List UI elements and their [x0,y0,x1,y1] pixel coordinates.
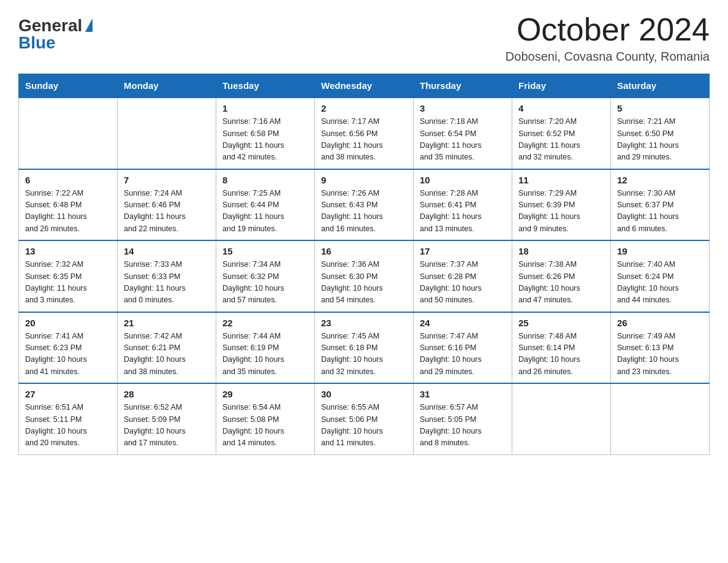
calendar-cell: 14Sunrise: 7:33 AM Sunset: 6:33 PM Dayli… [118,240,216,312]
calendar-header-sunday: Sunday [19,74,118,98]
day-detail: Sunrise: 7:32 AM Sunset: 6:35 PM Dayligh… [25,259,111,307]
calendar-cell: 7Sunrise: 7:24 AM Sunset: 6:46 PM Daylig… [118,169,216,241]
day-detail: Sunrise: 7:28 AM Sunset: 6:41 PM Dayligh… [420,188,506,236]
calendar-cell: 15Sunrise: 7:34 AM Sunset: 6:32 PM Dayli… [216,240,315,312]
day-number: 28 [124,389,210,399]
day-number: 26 [617,318,703,328]
day-number: 1 [222,103,308,113]
calendar-cell: 24Sunrise: 7:47 AM Sunset: 6:16 PM Dayli… [414,312,512,384]
calendar-table: SundayMondayTuesdayWednesdayThursdayFrid… [18,74,710,455]
logo-general-text: General [18,17,82,34]
day-detail: Sunrise: 6:54 AM Sunset: 5:08 PM Dayligh… [222,402,308,450]
calendar-week-row: 27Sunrise: 6:51 AM Sunset: 5:11 PM Dayli… [19,383,710,454]
day-detail: Sunrise: 7:34 AM Sunset: 6:32 PM Dayligh… [222,259,308,307]
day-detail: Sunrise: 7:44 AM Sunset: 6:19 PM Dayligh… [222,331,308,378]
calendar-cell: 28Sunrise: 6:52 AM Sunset: 5:09 PM Dayli… [118,383,216,454]
calendar-header-saturday: Saturday [611,74,710,98]
calendar-header-monday: Monday [118,74,216,98]
day-detail: Sunrise: 7:26 AM Sunset: 6:43 PM Dayligh… [321,188,407,236]
calendar-cell: 21Sunrise: 7:42 AM Sunset: 6:21 PM Dayli… [118,312,216,384]
calendar-cell: 4Sunrise: 7:20 AM Sunset: 6:52 PM Daylig… [512,98,611,169]
calendar-cell: 13Sunrise: 7:32 AM Sunset: 6:35 PM Dayli… [19,240,118,312]
calendar-week-row: 20Sunrise: 7:41 AM Sunset: 6:23 PM Dayli… [19,312,710,384]
day-detail: Sunrise: 7:16 AM Sunset: 6:58 PM Dayligh… [222,116,308,164]
day-number: 25 [518,318,604,328]
calendar-cell: 2Sunrise: 7:17 AM Sunset: 6:56 PM Daylig… [315,98,414,169]
month-title: October 2024 [506,12,710,47]
day-number: 21 [124,318,210,328]
day-number: 11 [518,175,604,185]
page-header: General Blue October 2024 Doboseni, Cova… [18,12,710,70]
day-number: 6 [25,175,111,185]
calendar-cell: 30Sunrise: 6:55 AM Sunset: 5:06 PM Dayli… [315,383,414,454]
day-detail: Sunrise: 7:40 AM Sunset: 6:24 PM Dayligh… [617,259,703,307]
calendar-cell: 10Sunrise: 7:28 AM Sunset: 6:41 PM Dayli… [414,169,512,241]
day-detail: Sunrise: 6:51 AM Sunset: 5:11 PM Dayligh… [25,402,111,450]
calendar-cell: 11Sunrise: 7:29 AM Sunset: 6:39 PM Dayli… [512,169,611,241]
calendar-cell: 1Sunrise: 7:16 AM Sunset: 6:58 PM Daylig… [216,98,315,169]
calendar-week-row: 6Sunrise: 7:22 AM Sunset: 6:48 PM Daylig… [19,169,710,241]
day-detail: Sunrise: 7:20 AM Sunset: 6:52 PM Dayligh… [518,116,604,164]
day-detail: Sunrise: 7:25 AM Sunset: 6:44 PM Dayligh… [222,188,308,236]
day-detail: Sunrise: 7:41 AM Sunset: 6:23 PM Dayligh… [25,331,111,378]
day-detail: Sunrise: 7:33 AM Sunset: 6:33 PM Dayligh… [124,259,210,307]
day-number: 19 [617,246,703,256]
calendar-cell: 18Sunrise: 7:38 AM Sunset: 6:26 PM Dayli… [512,240,611,312]
calendar-week-row: 1Sunrise: 7:16 AM Sunset: 6:58 PM Daylig… [19,98,710,169]
calendar-cell: 23Sunrise: 7:45 AM Sunset: 6:18 PM Dayli… [315,312,414,384]
day-number: 13 [25,246,111,256]
calendar-cell: 31Sunrise: 6:57 AM Sunset: 5:05 PM Dayli… [414,383,512,454]
calendar-week-row: 13Sunrise: 7:32 AM Sunset: 6:35 PM Dayli… [19,240,710,312]
day-number: 3 [420,103,506,113]
calendar-cell: 25Sunrise: 7:48 AM Sunset: 6:14 PM Dayli… [512,312,611,384]
calendar-cell [19,98,118,169]
day-number: 4 [518,103,604,113]
day-number: 22 [222,318,308,328]
day-detail: Sunrise: 7:38 AM Sunset: 6:26 PM Dayligh… [518,259,604,307]
logo-blue-text: Blue [18,34,56,52]
calendar-cell [611,383,710,454]
day-detail: Sunrise: 7:42 AM Sunset: 6:21 PM Dayligh… [124,331,210,378]
day-detail: Sunrise: 7:22 AM Sunset: 6:48 PM Dayligh… [25,188,111,236]
calendar-cell: 3Sunrise: 7:18 AM Sunset: 6:54 PM Daylig… [414,98,512,169]
day-detail: Sunrise: 7:24 AM Sunset: 6:46 PM Dayligh… [124,188,210,236]
title-section: October 2024 Doboseni, Covasna County, R… [506,12,710,70]
day-detail: Sunrise: 7:49 AM Sunset: 6:13 PM Dayligh… [617,331,703,378]
day-number: 17 [420,246,506,256]
calendar-cell: 29Sunrise: 6:54 AM Sunset: 5:08 PM Dayli… [216,383,315,454]
day-detail: Sunrise: 7:30 AM Sunset: 6:37 PM Dayligh… [617,188,703,236]
day-number: 5 [617,103,703,113]
calendar-cell: 5Sunrise: 7:21 AM Sunset: 6:50 PM Daylig… [611,98,710,169]
calendar-cell [118,98,216,169]
day-detail: Sunrise: 6:55 AM Sunset: 5:06 PM Dayligh… [321,402,407,450]
day-detail: Sunrise: 7:21 AM Sunset: 6:50 PM Dayligh… [617,116,703,164]
calendar-cell: 26Sunrise: 7:49 AM Sunset: 6:13 PM Dayli… [611,312,710,384]
day-detail: Sunrise: 7:47 AM Sunset: 6:16 PM Dayligh… [420,331,506,378]
day-number: 31 [420,389,506,399]
calendar-cell: 22Sunrise: 7:44 AM Sunset: 6:19 PM Dayli… [216,312,315,384]
day-number: 16 [321,246,407,256]
day-number: 20 [25,318,111,328]
day-detail: Sunrise: 7:17 AM Sunset: 6:56 PM Dayligh… [321,116,407,164]
day-number: 30 [321,389,407,399]
calendar-header-wednesday: Wednesday [315,74,414,98]
day-number: 27 [25,389,111,399]
calendar-header-friday: Friday [512,74,611,98]
day-number: 7 [124,175,210,185]
day-detail: Sunrise: 7:18 AM Sunset: 6:54 PM Dayligh… [420,116,506,164]
day-detail: Sunrise: 6:57 AM Sunset: 5:05 PM Dayligh… [420,402,506,450]
day-number: 18 [518,246,604,256]
calendar-cell: 19Sunrise: 7:40 AM Sunset: 6:24 PM Dayli… [611,240,710,312]
calendar-header-row: SundayMondayTuesdayWednesdayThursdayFrid… [19,74,710,98]
day-detail: Sunrise: 7:36 AM Sunset: 6:30 PM Dayligh… [321,259,407,307]
day-detail: Sunrise: 7:37 AM Sunset: 6:28 PM Dayligh… [420,259,506,307]
calendar-cell: 16Sunrise: 7:36 AM Sunset: 6:30 PM Dayli… [315,240,414,312]
day-number: 8 [222,175,308,185]
day-number: 14 [124,246,210,256]
calendar-header-thursday: Thursday [414,74,512,98]
day-detail: Sunrise: 7:45 AM Sunset: 6:18 PM Dayligh… [321,331,407,378]
calendar-cell: 12Sunrise: 7:30 AM Sunset: 6:37 PM Dayli… [611,169,710,241]
day-number: 2 [321,103,407,113]
day-number: 29 [222,389,308,399]
day-detail: Sunrise: 7:48 AM Sunset: 6:14 PM Dayligh… [518,331,604,378]
